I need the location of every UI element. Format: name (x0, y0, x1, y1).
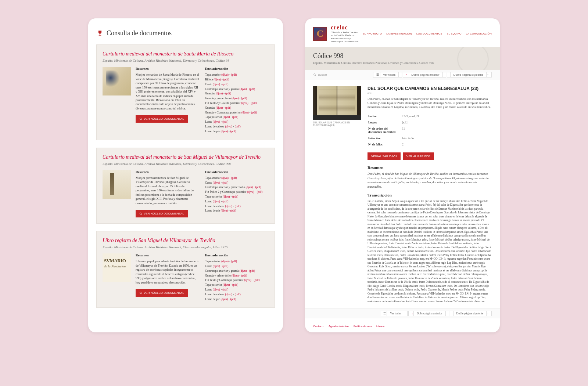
pdf-link[interactable]: (pdf) (222, 288, 228, 291)
djvu-link[interactable]: (djvu) (213, 83, 220, 86)
djvu-link[interactable]: (djvu) (241, 101, 248, 105)
pdf-link[interactable]: (pdf) (255, 185, 261, 189)
pdf-link[interactable]: (pdf) (235, 125, 241, 128)
djvu-link[interactable]: (djvu) (221, 176, 229, 180)
pdf-link[interactable]: (pdf) (241, 97, 247, 100)
page-title: Consulta de documentos (96, 29, 275, 37)
djvu-link[interactable]: (djvu) (213, 120, 220, 123)
nav-link[interactable]: LOS DOCUMENTOS (416, 32, 442, 35)
pdf-link[interactable]: (pdf) (231, 260, 237, 263)
djvu-link[interactable]: (djvu) (240, 269, 247, 273)
pdf-link[interactable]: (pdf) (222, 120, 228, 123)
manuscript-thumbnail[interactable] (103, 253, 131, 282)
pdf-link[interactable]: (pdf) (235, 205, 241, 208)
pdf-link[interactable]: (pdf) (257, 190, 262, 194)
djvu-link[interactable]: (djvu) (232, 97, 239, 100)
djvu-link[interactable]: (djvu) (241, 111, 249, 114)
djvu-link[interactable]: (djvu) (213, 264, 220, 268)
pager-prev[interactable]: ‹ Doble página anterior (403, 72, 446, 77)
svg-line-5 (141, 293, 142, 294)
pdf-link[interactable]: (pdf) (249, 269, 255, 273)
pdf-link[interactable]: (pdf) (222, 181, 228, 184)
djvu-link[interactable]: (djvu) (214, 78, 221, 81)
binding-item: Tapa anterior (djvu) - (pdf) (205, 73, 269, 77)
footer-link[interactable]: Política de uso (354, 325, 372, 328)
view-djvu-button[interactable]: VISUALIZAR DJVU (368, 152, 401, 160)
djvu-link[interactable]: (djvu) (221, 260, 229, 263)
svg-point-6 (314, 73, 316, 75)
binding-item: Canto (djvu) - (pdf) (205, 82, 269, 87)
pdf-link[interactable]: (pdf) (232, 115, 238, 119)
pager-next-bottom[interactable]: Doble página siguiente › (450, 311, 492, 316)
footer-link[interactable]: Intranet (376, 325, 385, 328)
search-icon (139, 212, 142, 215)
djvu-link[interactable]: (djvu) (245, 185, 253, 189)
nav-link[interactable]: LA INVESTIGACIÓN (386, 32, 412, 35)
card-title[interactable]: Cartulario medieval del monasterio de Sa… (103, 51, 269, 57)
pdf-link[interactable]: (pdf) (235, 293, 241, 296)
pdf-link[interactable]: (pdf) (222, 200, 228, 203)
manuscript-viewer[interactable] (313, 86, 361, 120)
djvu-link[interactable]: (djvu) (223, 283, 230, 286)
view-core-button[interactable]: VER NÚCLEO DOCUMENTAL (136, 210, 188, 217)
pager-all-bottom[interactable]: ☰ Ver todas (380, 311, 408, 316)
card-title[interactable]: Libro registro de San Miguel de Villamay… (103, 237, 269, 244)
djvu-link[interactable]: (djvu) (247, 190, 254, 194)
binding-heading: Encuadernación (205, 67, 269, 71)
djvu-link[interactable]: (djvu) (225, 293, 232, 296)
pdf-link[interactable]: (pdf) (231, 176, 237, 180)
pdf-link[interactable]: (pdf) (230, 130, 236, 133)
manuscript-thumbnail[interactable] (103, 170, 131, 199)
view-core-button[interactable]: VER NÚCLEO DOCUMENTAL (136, 289, 188, 297)
pdf-link[interactable]: (pdf) (251, 101, 257, 105)
search-icon (313, 73, 316, 76)
card-archive-ref: España. Ministerio de Cultura. Archivo H… (103, 162, 269, 166)
pdf-link[interactable]: (pdf) (232, 283, 238, 286)
pdf-link[interactable]: (pdf) (254, 278, 259, 282)
page-title-text: Consulta de documentos (107, 29, 172, 37)
djvu-link[interactable]: (djvu) (240, 87, 247, 91)
pdf-link[interactable]: (pdf) (222, 83, 228, 86)
manuscript-thumbnail[interactable] (103, 67, 131, 95)
nav-link[interactable]: LA COMUNICACIÓN (466, 32, 492, 35)
nav-link[interactable]: EL PROYECTO (363, 32, 382, 35)
djvu-link[interactable]: (djvu) (213, 200, 220, 203)
pdf-link[interactable]: (pdf) (251, 111, 257, 114)
pdf-link[interactable]: (pdf) (225, 92, 231, 95)
view-pdf-button[interactable]: VISUALIZAR PDF (403, 152, 434, 160)
pager-next[interactable]: Doble página siguiente › (447, 72, 492, 77)
djvu-link[interactable]: (djvu) (223, 195, 230, 198)
view-core-button[interactable]: VER NÚCLEO DOCUMENTAL (136, 115, 188, 123)
binding-item: Canto (djvu) - (pdf) (205, 181, 269, 185)
djvu-link[interactable]: (djvu) (223, 115, 230, 119)
djvu-link[interactable]: (djvu) (220, 209, 228, 212)
djvu-link[interactable]: (djvu) (220, 297, 228, 301)
djvu-link[interactable]: (djvu) (216, 92, 223, 95)
djvu-link[interactable]: (djvu) (221, 73, 229, 76)
djvu-link[interactable]: (djvu) (244, 278, 251, 282)
pdf-link[interactable]: (pdf) (230, 297, 236, 301)
pdf-link[interactable]: (pdf) (223, 78, 229, 81)
pdf-link[interactable]: (pdf) (232, 195, 238, 198)
pdf-link[interactable]: (pdf) (249, 87, 255, 91)
pager-prev-bottom[interactable]: ‹ Doble página anterior (408, 311, 449, 316)
footer-link[interactable]: Agradecimientos (329, 325, 349, 328)
pdf-link[interactable]: (pdf) (241, 274, 247, 277)
pager-all[interactable]: ☰ Ver todas (373, 72, 402, 77)
pdf-link[interactable]: (pdf) (230, 209, 236, 212)
pdf-link[interactable]: (pdf) (225, 106, 231, 109)
djvu-link[interactable]: (djvu) (225, 125, 232, 128)
djvu-link[interactable]: (djvu) (213, 181, 220, 184)
nav-link[interactable]: EL EQUIPO (447, 32, 462, 35)
djvu-link[interactable]: (djvu) (225, 205, 232, 208)
pdf-link[interactable]: (pdf) (222, 264, 228, 268)
djvu-link[interactable]: (djvu) (213, 288, 220, 291)
card-title[interactable]: Cartulario medieval del monasterio de Sa… (103, 154, 269, 160)
footer-link[interactable]: Contacto (313, 325, 324, 328)
djvu-link[interactable]: (djvu) (232, 274, 239, 277)
djvu-link[interactable]: (djvu) (216, 106, 223, 109)
search-box[interactable]: Buscar (313, 73, 327, 76)
djvu-link[interactable]: (djvu) (220, 130, 228, 133)
pdf-link[interactable]: (pdf) (231, 73, 237, 76)
meta-key: Foliación: (368, 136, 401, 141)
